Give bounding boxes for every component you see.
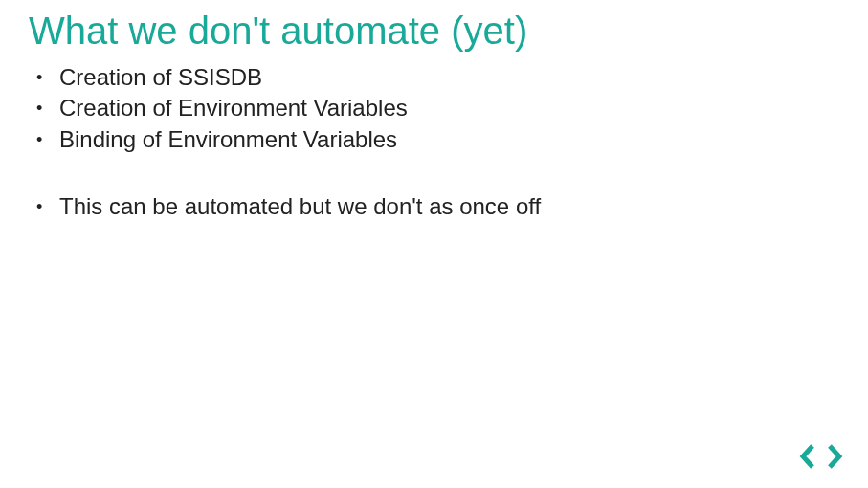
bullet-item: Binding of Environment Variables (56, 124, 839, 155)
bullet-list-2: This can be automated but we don't as on… (29, 191, 839, 222)
bullet-list-1: Creation of SSISDB Creation of Environme… (29, 62, 839, 155)
bullet-item: This can be automated but we don't as on… (56, 191, 839, 222)
bullet-item: Creation of SSISDB (56, 62, 839, 93)
chevron-logo-icon (797, 442, 847, 471)
spacer (29, 155, 839, 191)
slide-title: What we don't automate (yet) (29, 10, 839, 53)
slide-container: What we don't automate (yet) Creation of… (0, 0, 868, 223)
bullet-item: Creation of Environment Variables (56, 93, 839, 123)
